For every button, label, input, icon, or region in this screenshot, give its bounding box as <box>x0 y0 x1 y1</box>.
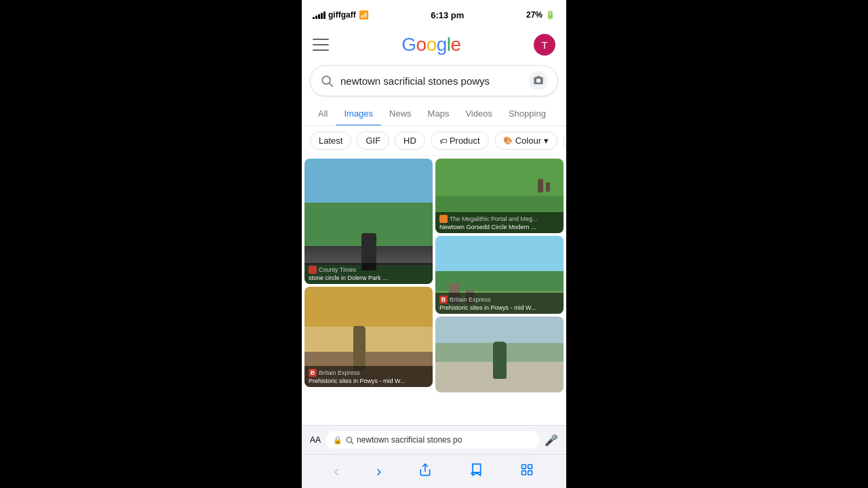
svg-line-3 <box>351 441 353 443</box>
search-bar[interactable]: newtown sacrificial stones powys <box>310 65 558 96</box>
aa-label[interactable]: AA <box>310 435 321 445</box>
phone-frame: giffgaff 📶 6:13 pm 27% 🔋 Google T newtow… <box>302 0 566 488</box>
status-left: giffgaff 📶 <box>313 10 369 20</box>
status-time: 6:13 pm <box>431 10 464 20</box>
tab-videos[interactable]: Videos <box>457 102 500 125</box>
image-gorsedd-circle[interactable]: The Megalithic Portal and Meg... Newtown… <box>435 159 564 233</box>
grid-col-left: County Times stone circle in Dolerw Park… <box>304 159 433 422</box>
tab-all[interactable]: All <box>310 102 336 125</box>
card-title-gorsedd: Newtown Gorsedd Circle Modern ... <box>439 224 559 230</box>
filter-latest[interactable]: Latest <box>310 131 351 150</box>
image-grid: County Times stone circle in Dolerw Park… <box>302 156 566 425</box>
image-desert-stone[interactable]: B Britain Express Prehistoric sites in P… <box>304 287 433 387</box>
tabs-button[interactable] <box>520 463 534 480</box>
browser-nav: ‹ › <box>302 454 566 488</box>
address-input[interactable]: 🔒 newtown sacrificial stones po <box>326 431 539 449</box>
google-header: Google T <box>302 30 566 60</box>
svg-rect-5 <box>522 465 526 469</box>
bookmarks-button[interactable] <box>469 463 483 480</box>
filter-usage[interactable]: Usage R... <box>563 132 566 150</box>
tabs-row: All Images News Maps Videos Shopping <box>302 102 566 126</box>
card-title-prehistoric-2: Prehistoric sites in Powys - mid W... <box>439 304 559 311</box>
card-source-dolerw: County Times <box>319 266 356 273</box>
battery-icon: 🔋 <box>545 10 555 20</box>
lock-icon: 🔒 <box>333 436 342 445</box>
forward-button[interactable]: › <box>376 463 381 481</box>
card-source-megalithic: The Megalithic Portal and Meg... <box>450 216 538 222</box>
search-icon <box>320 74 334 87</box>
svg-rect-8 <box>528 471 532 475</box>
image-monolith[interactable] <box>435 317 564 392</box>
filter-product[interactable]: 🏷 Product <box>431 131 489 150</box>
address-text: newtown sacrificial stones po <box>357 435 532 445</box>
tab-maps[interactable]: Maps <box>420 102 458 125</box>
google-logo: Google <box>401 34 460 56</box>
svg-point-2 <box>347 437 352 443</box>
microphone-icon[interactable]: 🎤 <box>545 434 558 447</box>
tab-images[interactable]: Images <box>336 102 381 125</box>
tab-news[interactable]: News <box>381 102 420 125</box>
image-prehistoric-landscape[interactable]: B Britain Express Prehistoric sites in P… <box>435 236 564 314</box>
menu-icon[interactable] <box>313 39 329 51</box>
battery-percent: 27% <box>526 10 542 20</box>
camera-icon[interactable] <box>529 71 548 90</box>
status-right: 27% 🔋 <box>526 10 555 20</box>
grid-col-right: The Megalithic Portal and Meg... Newtown… <box>435 159 564 422</box>
card-source-britainexpress-1: Britain Express <box>319 369 360 376</box>
address-bar: AA 🔒 newtown sacrificial stones po 🎤 <box>302 425 566 454</box>
status-bar: giffgaff 📶 6:13 pm 27% 🔋 <box>302 0 566 30</box>
svg-rect-6 <box>528 465 532 469</box>
share-button[interactable] <box>418 463 432 480</box>
carrier-label: giffgaff <box>328 10 356 20</box>
wifi-icon: 📶 <box>359 10 369 20</box>
search-icon-small <box>345 436 354 445</box>
user-avatar[interactable]: T <box>534 34 555 56</box>
filter-gif[interactable]: GIF <box>357 131 389 150</box>
filter-hd[interactable]: HD <box>395 131 425 150</box>
tab-shopping[interactable]: Shopping <box>500 102 554 125</box>
signal-bars <box>313 11 326 19</box>
filter-colour[interactable]: 🎨 Colour ▾ <box>494 131 557 150</box>
back-button[interactable]: ‹ <box>334 463 339 481</box>
card-title-dolerw: stone circle in Dolerw Park ... <box>309 274 429 281</box>
svg-line-1 <box>330 83 333 87</box>
image-stone-circle-dolerw[interactable]: County Times stone circle in Dolerw Park… <box>304 159 433 284</box>
search-query: newtown sacrificial stones powys <box>340 75 529 87</box>
filters-row: Latest GIF HD 🏷 Product 🎨 Colour ▾ Usage… <box>302 126 566 156</box>
card-title-prehistoric-1: Prehistoric sites in Powys - mid W... <box>309 378 429 384</box>
svg-rect-7 <box>522 471 526 475</box>
card-source-britainexpress-2: Britain Express <box>450 296 491 303</box>
